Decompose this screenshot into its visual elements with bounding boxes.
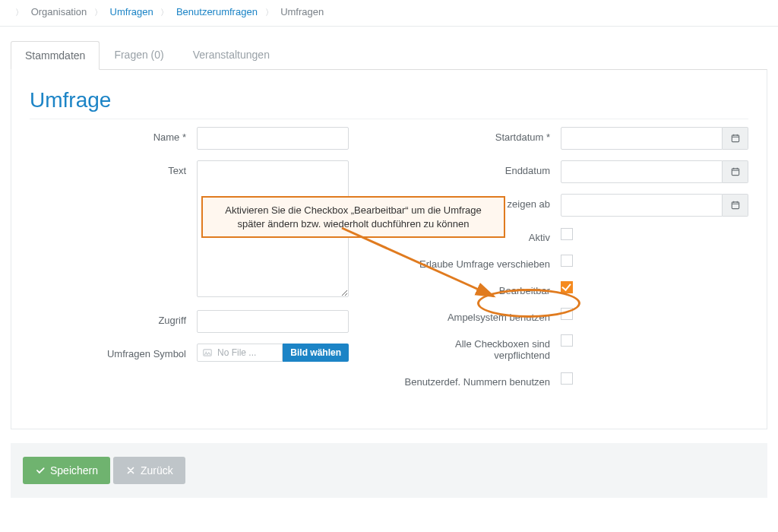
enddatum-label: Enddatum — [401, 160, 561, 176]
usernum-checkbox[interactable] — [561, 372, 573, 385]
breadcrumb: 〉 Organisation 〉 Umfragen 〉 Benutzerumfr… — [0, 0, 778, 27]
tab-fragen[interactable]: Fragen (0) — [100, 40, 178, 69]
svg-rect-4 — [732, 202, 738, 209]
symbol-label: Umfragen Symbol — [30, 344, 197, 359]
chevron-right-icon: 〉 — [15, 8, 24, 17]
calendar-icon — [730, 133, 741, 144]
crumb-umfragen[interactable]: Umfragen — [110, 6, 153, 17]
close-icon — [125, 465, 136, 476]
chevron-right-icon: 〉 — [160, 8, 169, 17]
tab-veranstaltungen[interactable]: Veranstaltungen — [179, 40, 284, 69]
name-label: Name * — [30, 127, 197, 143]
save-label: Speichern — [50, 464, 98, 477]
usernum-label: Benutzerdef. Nummern benutzen — [401, 372, 561, 388]
aktiv-checkbox[interactable] — [561, 228, 573, 240]
allreq-checkbox[interactable] — [561, 334, 573, 347]
zeigenab-input[interactable] — [561, 194, 723, 217]
chevron-right-icon: 〉 — [94, 8, 103, 17]
calendar-icon — [730, 200, 741, 211]
page-title: Umfrage — [30, 88, 748, 119]
zugriff-input[interactable] — [197, 310, 349, 333]
tab-bar: Stammdaten Fragen (0) Veranstaltungen — [11, 40, 778, 69]
file-display: No File ... — [197, 344, 283, 362]
svg-rect-2 — [732, 135, 738, 142]
back-label: Zurück — [141, 464, 173, 477]
choose-image-button[interactable]: Bild wählen — [283, 344, 349, 362]
save-button[interactable]: Speichern — [23, 457, 110, 484]
back-button[interactable]: Zurück — [113, 457, 185, 484]
annotation-ellipse — [477, 289, 580, 318]
move-checkbox[interactable] — [561, 255, 573, 267]
startdatum-input[interactable] — [561, 127, 723, 150]
tab-stammdaten[interactable]: Stammdaten — [11, 41, 100, 70]
chevron-right-icon: 〉 — [265, 8, 274, 17]
enddatum-calendar-button[interactable] — [723, 160, 748, 183]
svg-rect-3 — [732, 169, 738, 176]
allreq-label: Alle Checkboxen sind verpflichtend — [401, 334, 561, 361]
zeigenab-calendar-button[interactable] — [723, 194, 748, 217]
svg-line-5 — [342, 228, 494, 296]
crumb-current: Umfragen — [280, 6, 324, 17]
crumb-org: Organisation — [31, 6, 87, 17]
enddatum-input[interactable] — [561, 160, 723, 183]
footer-bar: Speichern Zurück — [11, 443, 767, 498]
zugriff-label: Zugriff — [30, 310, 197, 326]
calendar-icon — [730, 166, 741, 177]
startdatum-calendar-button[interactable] — [723, 127, 748, 150]
text-label: Text — [30, 160, 197, 176]
crumb-benutzerumfragen[interactable]: Benutzerumfragen — [176, 6, 258, 17]
name-input[interactable] — [197, 127, 349, 150]
check-icon — [35, 465, 46, 476]
image-icon — [202, 347, 213, 358]
startdatum-label: Startdatum * — [401, 127, 561, 143]
file-placeholder: No File ... — [217, 347, 256, 358]
